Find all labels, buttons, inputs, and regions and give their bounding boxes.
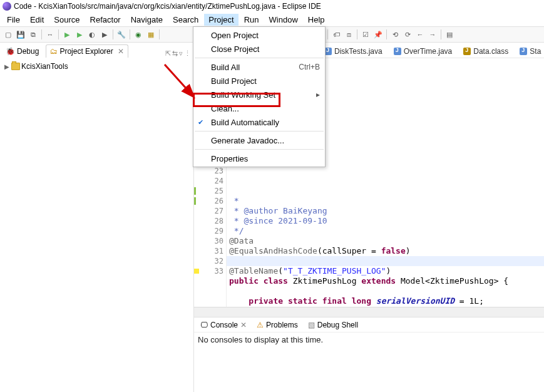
filter-icon[interactable]: ▿ [179,49,183,58]
menuitem-generate-javadoc[interactable]: Generate Javadoc... [193,133,325,147]
menuitem-build-working-set[interactable]: Build Working Set▸ [193,88,325,101]
toggle-icon[interactable]: ↔ [44,29,56,40]
forward-icon[interactable]: ⟳ [402,29,413,40]
line-num: 28 [204,216,223,226]
view-menu-icon[interactable]: ⋮ [184,49,191,58]
run-last-icon[interactable]: ▶ [99,29,110,40]
menuitem-build-project[interactable]: Build Project [193,74,325,88]
menuitem-label: Build All [211,63,240,72]
project-name: KcisXianTools [21,62,68,71]
title-bar: Code - KcisXianTools/src/main/java/cn/or… [0,0,544,13]
line-num: 30 [204,236,223,246]
editor-tab-overtime[interactable]: OverTime.java [389,45,458,58]
close-tab-icon[interactable]: ✕ [240,321,247,329]
menu-source[interactable]: Source [49,14,84,26]
editor-tab-disktests[interactable]: DiskTests.java [319,45,387,58]
menu-search[interactable]: Search [168,14,203,26]
menu-file[interactable]: File [3,14,24,26]
debug-icon[interactable]: ▶ [61,29,73,40]
menuitem-label: Build Automatically [211,118,279,127]
tab-debugshell-label: Debug Shell [317,321,358,329]
menuitem-properties[interactable]: Properties [193,152,325,165]
java-file-icon [394,48,401,55]
explorer-icon: 🗂 [50,47,58,56]
pin-icon[interactable]: 📌 [372,29,384,40]
coverage-icon[interactable]: ◐ [86,29,98,40]
class-file-icon [463,48,471,55]
console-icon: 🖵 [200,321,208,329]
console-message: No consoles to display at this time. [198,335,323,344]
tab-console[interactable]: 🖵 Console ✕ [197,319,250,331]
menuitem-label: Close Project [211,44,259,54]
menuitem-label: Properties [211,154,248,163]
editor-hscrollbar[interactable] [194,307,544,317]
project-node[interactable]: ▶ KcisXianTools [3,61,191,71]
java-file-icon [520,48,527,55]
menuitem-shortcut: Ctrl+B [299,63,320,71]
nav-forward-icon[interactable]: → [427,29,438,40]
tab-project-explorer[interactable]: 🗂 Project Explorer ✕ [46,44,128,58]
line-num: 24 [204,176,223,186]
menuitem-label: Open Project [211,31,259,40]
menuitem-label: Build Project [211,76,257,86]
editor-tab-data[interactable]: Data.class [458,45,513,58]
menu-window[interactable]: Window [265,14,302,26]
menu-bar: File Edit Source Refactor Navigate Searc… [0,13,544,26]
new-java-class-icon[interactable]: ◉ [133,29,144,40]
line-num: 25 [204,186,223,196]
project-tree[interactable]: ▶ KcisXianTools [0,58,193,392]
open-type-icon[interactable]: ⧈ [343,29,354,40]
tab-debug-shell[interactable]: ▧ Debug Shell [304,319,362,331]
save-icon[interactable]: 💾 [15,29,26,40]
current-line-highlight [227,256,544,266]
menu-refactor[interactable]: Refactor [86,14,125,26]
expander-icon[interactable]: ▶ [4,63,10,70]
line-num: 33 [204,266,223,276]
run-icon[interactable]: ▶ [74,29,85,40]
project-folder-icon [11,63,20,70]
perspective-icon[interactable]: ▤ [444,29,455,40]
bug-icon: 🐞 [6,47,15,56]
save-all-icon[interactable]: ⧉ [28,29,39,40]
menuitem-build-all[interactable]: Build AllCtrl+B [193,60,325,74]
tab-problems-label: Problems [266,321,298,329]
left-panel: 🐞 Debug 🗂 Project Explorer ✕ ⇱ ⇆ ▿ ⋮ ▶ K… [0,43,194,392]
menu-separator [195,131,324,132]
editor-tab-label: Data.class [473,47,508,56]
menu-help[interactable]: Help [304,14,329,26]
editor-tab-label: Sta [530,47,541,56]
menu-navigate[interactable]: Navigate [126,14,167,26]
link-editor-icon[interactable]: ⇆ [172,49,178,58]
menu-project[interactable]: Project [204,14,238,26]
menuitem-label: Clean... [211,104,239,113]
problems-icon: ⚠ [257,321,264,329]
collapse-icon[interactable]: ⇱ [165,49,171,58]
nav-back-icon[interactable]: ← [414,29,426,40]
tab-problems[interactable]: ⚠ Problems [253,319,302,331]
menu-run[interactable]: Run [240,14,264,26]
submenu-arrow-icon: ▸ [316,90,320,99]
eclipse-icon [3,2,11,11]
menuitem-build-automatically[interactable]: Build Automatically [193,115,325,129]
line-num: 31 [204,246,223,256]
line-num: 27 [204,206,223,216]
ext-tools-icon[interactable]: 🔧 [116,29,127,40]
debug-shell-icon: ▧ [308,321,315,329]
toggle-mark-icon[interactable]: 🏷 [331,29,342,40]
menuitem-open-project[interactable]: Open Project [193,28,325,42]
menuitem-clean[interactable]: Clean... [193,101,325,115]
new-icon[interactable]: ▢ [3,29,14,40]
editor-tab-sta[interactable]: Sta [515,45,544,58]
task-icon[interactable]: ☑ [360,29,371,40]
back-icon[interactable]: ⟲ [389,29,401,40]
tab-debug-label: Debug [17,47,39,56]
window-title: Code - KcisXianTools/src/main/java/cn/or… [14,2,321,11]
console-body: No consoles to display at this time. [194,333,544,392]
line-num: 32 [204,256,223,266]
tab-debug[interactable]: 🐞 Debug [1,44,43,58]
new-package-icon[interactable]: ▦ [145,29,157,40]
close-tab-icon[interactable]: ✕ [118,47,124,56]
menu-edit[interactable]: Edit [26,14,48,26]
menuitem-close-project[interactable]: Close Project [193,42,325,56]
bottom-pane: 🖵 Console ✕ ⚠ Problems ▧ Debug Shell No … [194,317,544,392]
